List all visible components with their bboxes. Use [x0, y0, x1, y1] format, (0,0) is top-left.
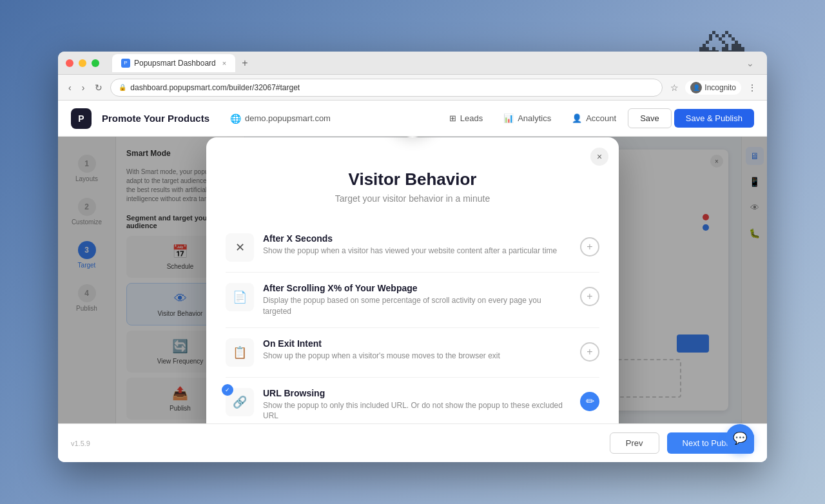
browser-toolbar: ‹ › ↻ 🔒 dashboard.popupsmart.com/builder…	[58, 75, 767, 101]
app-main: 1 Layouts 2 Customize 3 Target	[58, 137, 767, 423]
bookmark-button[interactable]: ☆	[668, 80, 681, 95]
browser-tabs: P Popupsmart Dashboard × +	[112, 54, 252, 72]
header-site: 🌐 demo.popupsmart.com	[230, 113, 331, 124]
forward-button[interactable]: ›	[79, 80, 88, 95]
exit-intent-title: On Exit Intent	[263, 338, 571, 349]
close-traffic-light[interactable]	[66, 59, 73, 67]
nav-leads[interactable]: ⊞ Leads	[440, 110, 492, 127]
url-browsing-desc: Show the popup to only this included URL…	[263, 400, 571, 422]
menu-button[interactable]: ⋮	[745, 80, 759, 95]
exit-intent-add-btn[interactable]: +	[580, 342, 599, 362]
nav-analytics[interactable]: 📊 Analytics	[494, 110, 560, 127]
modal-title: Visitor Behavior	[232, 170, 593, 189]
after-x-seconds-desc: Show the popup when a visitor has viewed…	[263, 246, 571, 257]
url-browsing-title: URL Browsing	[263, 388, 571, 398]
url-browsing-add-btn[interactable]: ✏	[580, 392, 599, 411]
back-button[interactable]: ‹	[66, 80, 74, 95]
reload-button[interactable]: ↻	[92, 80, 105, 95]
address-bar[interactable]: 🔒 dashboard.popupsmart.com/builder/32067…	[110, 79, 663, 97]
leads-label: Leads	[460, 113, 483, 123]
account-label: Account	[586, 113, 616, 123]
after-x-seconds-text: After X Seconds Show the popup when a vi…	[263, 233, 571, 257]
after-scrolling-text: After Scrolling X% of Your Webpage Displ…	[263, 283, 571, 317]
analytics-label: Analytics	[518, 113, 551, 123]
app-title: Promote Your Products	[102, 113, 209, 124]
modal-container: ✦ × Visitor Behavior Target your visitor…	[206, 137, 619, 423]
logo-letter: P	[78, 113, 84, 124]
browser-expand-icon[interactable]: ⌄	[746, 58, 754, 68]
visitor-behavior-modal: × Visitor Behavior Target your visitor b…	[206, 137, 619, 423]
exit-intent-icon-box: 📋	[226, 338, 254, 367]
url-text: dashboard.popupsmart.com/builder/32067#t…	[130, 83, 300, 92]
link-icon: 🔗	[233, 395, 247, 409]
app-logo: P	[71, 108, 92, 129]
bottom-bar: v1.5.9 Prev Next to Publish	[58, 423, 767, 462]
save-publish-button[interactable]: Save & Publish	[674, 109, 754, 128]
tab-favicon: P	[121, 59, 130, 68]
after-x-seconds-add-btn[interactable]: +	[580, 237, 599, 257]
after-scrolling-title: After Scrolling X% of Your Webpage	[263, 283, 571, 293]
url-browsing-icon-box: ✓ 🔗	[226, 388, 254, 416]
modal-header: Visitor Behavior Target your visitor beh…	[206, 137, 619, 217]
app-header: P Promote Your Products 🌐 demo.popupsmar…	[58, 101, 767, 137]
incognito-avatar: 👤	[690, 82, 702, 93]
incognito-badge: 👤 Incognito	[685, 81, 741, 95]
modal-body: ✕ After X Seconds Show the popup when a …	[206, 217, 619, 423]
after-scrolling-icon-box: 📄	[226, 283, 254, 311]
url-browsing-text: URL Browsing Show the popup to only this…	[263, 388, 571, 422]
exit-intent-desc: Show up the popup when a visitor's mouse…	[263, 351, 571, 362]
save-button[interactable]: Save	[628, 108, 672, 128]
behavior-after-x-seconds[interactable]: ✕ After X Seconds Show the popup when a …	[226, 223, 599, 273]
analytics-icon: 📊	[503, 113, 514, 123]
nav-account[interactable]: 👤 Account	[563, 110, 625, 127]
globe-icon: 🌐	[230, 113, 241, 124]
exit-intent-text: On Exit Intent Show up the popup when a …	[263, 338, 571, 362]
lock-icon: 🔒	[119, 84, 126, 91]
url-browsing-check: ✓	[222, 384, 233, 396]
app-content: P Promote Your Products 🌐 demo.popupsmar…	[58, 101, 767, 462]
prev-button[interactable]: Prev	[610, 432, 659, 454]
chat-bubble[interactable]: 💬	[726, 424, 754, 452]
minimize-traffic-light[interactable]	[79, 59, 86, 67]
header-nav: ⊞ Leads 📊 Analytics 👤 Account Save Save …	[440, 108, 754, 128]
tab-close-btn[interactable]: ×	[222, 59, 226, 67]
timer-icon: ✕	[235, 240, 245, 255]
exit-icon: 📋	[233, 345, 247, 360]
new-tab-button[interactable]: +	[238, 57, 251, 69]
site-url: demo.popupsmart.com	[245, 113, 331, 123]
modal-close-button[interactable]: ×	[590, 148, 608, 166]
account-icon: 👤	[572, 113, 582, 123]
tab-title: Popupsmart Dashboard	[134, 59, 216, 68]
after-scrolling-add-btn[interactable]: +	[580, 287, 599, 306]
behavior-url-browsing[interactable]: ✓ 🔗 URL Browsing Show the popup to only …	[226, 378, 599, 423]
scroll-icon: 📄	[233, 290, 247, 304]
browser-titlebar: P Popupsmart Dashboard × + ⌄	[58, 52, 767, 75]
behavior-after-scrolling[interactable]: 📄 After Scrolling X% of Your Webpage Dis…	[226, 273, 599, 328]
after-x-seconds-icon-box: ✕	[226, 233, 254, 262]
modal-overlay[interactable]: ✦ × Visitor Behavior Target your visitor…	[58, 137, 767, 423]
behavior-exit-intent[interactable]: 📋 On Exit Intent Show up the popup when …	[226, 328, 599, 378]
incognito-label: Incognito	[704, 83, 736, 92]
leads-icon: ⊞	[449, 113, 456, 123]
active-tab[interactable]: P Popupsmart Dashboard ×	[112, 54, 235, 72]
after-x-seconds-title: After X Seconds	[263, 233, 571, 244]
after-scrolling-desc: Display the popup based on some percenta…	[263, 295, 571, 317]
maximize-traffic-light[interactable]	[92, 59, 99, 67]
version-text: v1.5.9	[71, 440, 90, 447]
chat-icon: 💬	[733, 431, 747, 445]
toolbar-actions: ☆ 👤 Incognito ⋮	[668, 80, 759, 95]
modal-subtitle: Target your visitor behavior in a minute	[232, 193, 593, 204]
browser-window: P Popupsmart Dashboard × + ⌄ ‹ › ↻ 🔒 das…	[58, 52, 767, 462]
